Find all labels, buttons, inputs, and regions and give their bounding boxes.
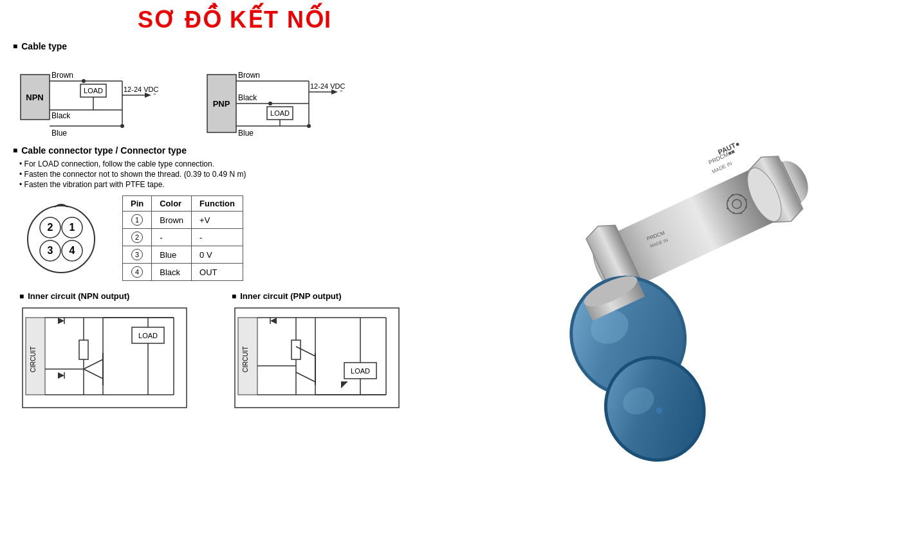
svg-rect-80 (291, 340, 300, 359)
svg-rect-71 (235, 308, 399, 408)
svg-marker-12 (145, 93, 151, 98)
page-title: SƠ ĐỒ KẾT NỐI (13, 6, 457, 33)
color-col-header: Color (152, 196, 192, 212)
svg-line-115 (732, 194, 733, 195)
svg-text:2: 2 (48, 222, 53, 233)
table-row: 2 - - (123, 229, 243, 246)
svg-point-4 (82, 79, 86, 83)
svg-rect-56 (79, 340, 88, 359)
svg-line-117 (727, 208, 728, 208)
pnp-circuit-title: Inner circuit (PNP output) (232, 291, 412, 301)
svg-text:3: 3 (48, 245, 53, 256)
svg-marker-31 (331, 89, 338, 95)
svg-text:⁼: ⁼ (153, 92, 156, 98)
svg-text:CIRCUIT: CIRCUIT (242, 347, 249, 373)
svg-line-119 (727, 200, 728, 201)
svg-line-118 (746, 199, 747, 200)
svg-text:Brown: Brown (238, 71, 260, 80)
table-row: 4 Black OUT (123, 264, 243, 281)
pin-function: OUT (192, 264, 243, 281)
svg-text:LOAD: LOAD (84, 87, 103, 95)
svg-text:1: 1 (69, 222, 75, 233)
cable-type-header: Cable type (13, 41, 457, 51)
pin-function: - (192, 229, 243, 246)
connector-notes: For LOAD connection, follow the cable ty… (13, 159, 457, 189)
pin-circle-diagram: 1 2 3 4 (19, 195, 103, 279)
pin-color: - (152, 229, 192, 246)
npn-cable-diagram: NPN Brown LOAD Black (19, 55, 167, 139)
pin-color: Blue (152, 246, 192, 264)
svg-text:NPN: NPN (26, 93, 43, 102)
pin-function: +V (192, 212, 243, 229)
pnp-inner-circuit: Inner circuit (PNP output) CIRCUIT (232, 291, 412, 416)
table-row: 3 Blue 0 V (123, 246, 243, 264)
pin-color: Brown (152, 212, 192, 229)
svg-text:LOAD: LOAD (351, 367, 370, 375)
svg-text:⁼: ⁼ (340, 89, 343, 95)
pin-function: 0 V (192, 246, 243, 264)
table-row: 1 Brown +V (123, 212, 243, 229)
pin-color: Black (152, 264, 192, 281)
connector-type-header: Cable connector type / Connector type (13, 145, 457, 156)
cable-diagrams: NPN Brown LOAD Black (13, 55, 457, 139)
svg-text:Brown: Brown (51, 71, 73, 80)
svg-point-38 (28, 206, 95, 273)
svg-line-116 (741, 212, 741, 213)
svg-text:PNP: PNP (213, 99, 230, 109)
sensor-image-panel: PRDCM MADE IN (463, 6, 911, 554)
pin-number: 3 (131, 249, 143, 260)
function-col-header: Function (192, 196, 243, 212)
svg-text:Black: Black (51, 111, 71, 120)
pnp-cable-diagram: PNP Brown Black LOAD (206, 55, 354, 139)
svg-text:CIRCUIT: CIRCUIT (30, 347, 37, 373)
sensor-3d-image: PRDCM MADE IN (520, 94, 855, 467)
pin-col-header: Pin (123, 196, 152, 212)
svg-line-121 (739, 194, 741, 195)
pin-number: 2 (131, 231, 143, 243)
svg-text:Blue: Blue (238, 129, 254, 138)
pin-number: 1 (131, 214, 143, 226)
npn-circuit-title: Inner circuit (NPN output) (19, 291, 199, 301)
svg-point-18 (120, 124, 124, 128)
svg-line-120 (745, 206, 746, 208)
svg-rect-47 (23, 308, 187, 408)
svg-point-25 (268, 102, 272, 105)
npn-inner-circuit: Inner circuit (NPN output) CIRCUIT (19, 291, 199, 416)
svg-text:4: 4 (69, 245, 75, 256)
pin-table: Pin Color Function 1 Brown +V 2 - - (122, 195, 243, 281)
svg-line-122 (733, 212, 734, 213)
svg-point-37 (307, 124, 311, 128)
svg-text:LOAD: LOAD (138, 332, 158, 339)
svg-text:Black: Black (238, 93, 257, 102)
svg-text:Blue: Blue (51, 129, 67, 138)
pin-section: 1 2 3 4 Pin Color (13, 195, 457, 281)
inner-circuits: Inner circuit (NPN output) CIRCUIT (13, 291, 457, 416)
pin-number: 4 (131, 266, 143, 278)
svg-text:LOAD: LOAD (270, 109, 290, 117)
